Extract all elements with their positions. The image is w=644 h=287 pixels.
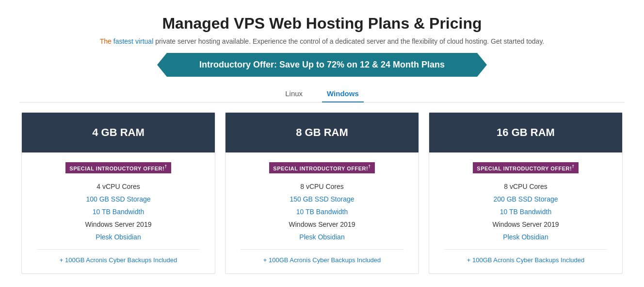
feature-bandwidth-2: 10 TB Bandwidth	[240, 205, 404, 218]
subtitle-highlight-blue: fastest virtual	[113, 37, 153, 45]
plan-body-4gb: SPECIAL INTRODUCTORY OFFER!† 4 vCPU Core…	[22, 152, 215, 273]
subtitle-highlight-orange: The	[100, 37, 113, 45]
plan-ram-label: 4 GB RAM	[92, 126, 145, 138]
plan-body-8gb: SPECIAL INTRODUCTORY OFFER!† 8 vCPU Core…	[225, 152, 419, 273]
feature-plesk-3[interactable]: Plesk Obsidian	[444, 231, 608, 243]
subtitle: The fastest virtual private server hosti…	[19, 37, 625, 45]
feature-plesk-1[interactable]: Plesk Obsidian	[36, 231, 200, 243]
feature-os-3: Windows Server 2019	[444, 218, 608, 231]
subtitle-text-2: Experience the control of a dedicated se…	[251, 37, 544, 45]
feature-vcpu-2: 8 vCPU Cores	[240, 180, 404, 193]
os-tabs: Linux Windows	[19, 85, 625, 102]
feature-os-2: Windows Server 2019	[240, 218, 404, 231]
plan-card-16gb: 16 GB RAM SPECIAL INTRODUCTORY OFFER!† 8…	[429, 112, 623, 274]
plan-ram-label: 8 GB RAM	[296, 126, 348, 138]
promo-banner: Introductory Offer: Save Up to 72% on 12…	[157, 53, 487, 77]
special-offer-badge-2: SPECIAL INTRODUCTORY OFFER!†	[269, 162, 374, 173]
feature-plesk-2[interactable]: Plesk Obsidian	[240, 231, 404, 243]
plan-card-4gb: 4 GB RAM SPECIAL INTRODUCTORY OFFER!† 4 …	[21, 112, 215, 274]
plan-header-16gb: 16 GB RAM	[429, 113, 622, 152]
plan-backup-2: + 100GB Acronis Cyber Backups Included	[240, 254, 404, 266]
feature-storage-3: 200 GB SSD Storage	[444, 193, 608, 205]
feature-os-1: Windows Server 2019	[36, 218, 200, 231]
plan-header-4gb: 4 GB RAM	[22, 113, 215, 152]
page-title: Managed VPS Web Hosting Plans & Pricing	[19, 15, 625, 33]
special-offer-badge-3: SPECIAL INTRODUCTORY OFFER!†	[473, 162, 578, 173]
feature-bandwidth-1: 10 TB Bandwidth	[36, 205, 200, 218]
plan-ram-label: 16 GB RAM	[497, 126, 555, 138]
plan-backup-1: + 100GB Acronis Cyber Backups Included	[36, 254, 200, 266]
feature-vcpu-1: 4 vCPU Cores	[36, 180, 200, 193]
plan-card-8gb: 8 GB RAM SPECIAL INTRODUCTORY OFFER!† 8 …	[225, 112, 419, 274]
feature-storage-1: 100 GB SSD Storage	[36, 193, 200, 205]
plans-container: 4 GB RAM SPECIAL INTRODUCTORY OFFER!† 4 …	[19, 112, 625, 274]
special-offer-badge-1: SPECIAL INTRODUCTORY OFFER!†	[65, 162, 171, 173]
banner-container: Introductory Offer: Save Up to 72% on 12…	[19, 53, 625, 77]
subtitle-text-1: private server hosting available.	[153, 37, 251, 45]
plan-divider-3	[444, 249, 608, 250]
plan-backup-3: + 100GB Acronis Cyber Backups Included	[444, 254, 608, 266]
feature-storage-2: 150 GB SSD Storage	[240, 193, 404, 205]
tab-linux[interactable]: Linux	[280, 85, 307, 102]
plan-divider-2	[240, 249, 404, 250]
page-header: Managed VPS Web Hosting Plans & Pricing …	[19, 15, 625, 45]
plan-header-8gb: 8 GB RAM	[225, 113, 419, 152]
tab-windows[interactable]: Windows	[322, 85, 364, 102]
plan-body-16gb: SPECIAL INTRODUCTORY OFFER!† 8 vCPU Core…	[429, 152, 622, 273]
feature-bandwidth-3: 10 TB Bandwidth	[444, 205, 608, 218]
feature-vcpu-3: 8 vCPU Cores	[444, 180, 608, 193]
plan-divider-1	[36, 249, 200, 250]
